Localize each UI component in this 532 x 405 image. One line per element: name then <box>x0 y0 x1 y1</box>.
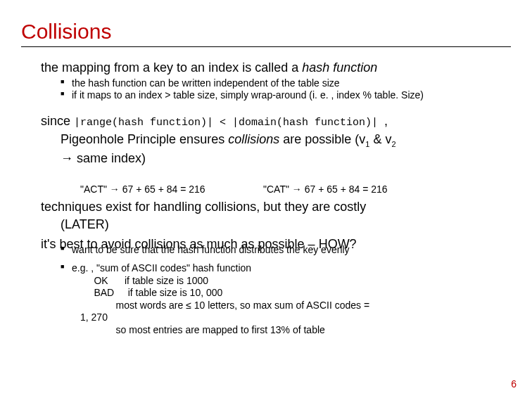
p4-sublist: want to be sure that the hash function d… <box>61 244 511 256</box>
p1-sub1: the hash function can be written indepen… <box>61 77 511 89</box>
p5: e.g. , "sum of ASCII codes" hash functio… <box>61 262 511 274</box>
p3-line2: (LATER) <box>61 217 511 233</box>
p2-line2: Pigeonhole Principle ensures collisions … <box>61 131 511 149</box>
p5-r4: 1, 270 <box>80 311 511 324</box>
p5-r2: BAD if table size is 10, 000 <box>80 287 511 300</box>
slide: Collisions the mapping from a key to an … <box>0 0 532 405</box>
p3-line1: techniques exist for handling collisions… <box>41 199 511 215</box>
p5-head: e.g. , "sum of ASCII codes" hash functio… <box>61 262 511 274</box>
p1-lead: the mapping from a key to an index is ca… <box>41 60 511 76</box>
content-block: the mapping from a key to an index is ca… <box>41 60 511 336</box>
page-number: 6 <box>511 378 517 390</box>
p2-line1: since |range(hash function)| < |domain(h… <box>41 113 511 130</box>
p5-r3: most words are ≤ 10 letters, so max sum … <box>80 300 511 312</box>
p4-sub1: want to be sure that the hash function d… <box>61 244 511 256</box>
slide-title: Collisions <box>21 20 511 44</box>
ex-line: "ACT" → 67 + 65 + 84 = 216"CAT" → 67 + 6… <box>80 184 511 195</box>
title-rule <box>21 46 511 47</box>
p1-sublist: the hash function can be written indepen… <box>61 77 511 102</box>
p5-nested: OK if table size is 1000 BAD if table si… <box>80 275 511 337</box>
p5-r1: OK if table size is 1000 <box>80 275 511 288</box>
p5-r5: so most entries are mapped to first 13% … <box>80 324 511 337</box>
p2-line3: → same index) <box>61 150 511 167</box>
p1-sub2: if it maps to an index > table size, sim… <box>61 89 511 101</box>
